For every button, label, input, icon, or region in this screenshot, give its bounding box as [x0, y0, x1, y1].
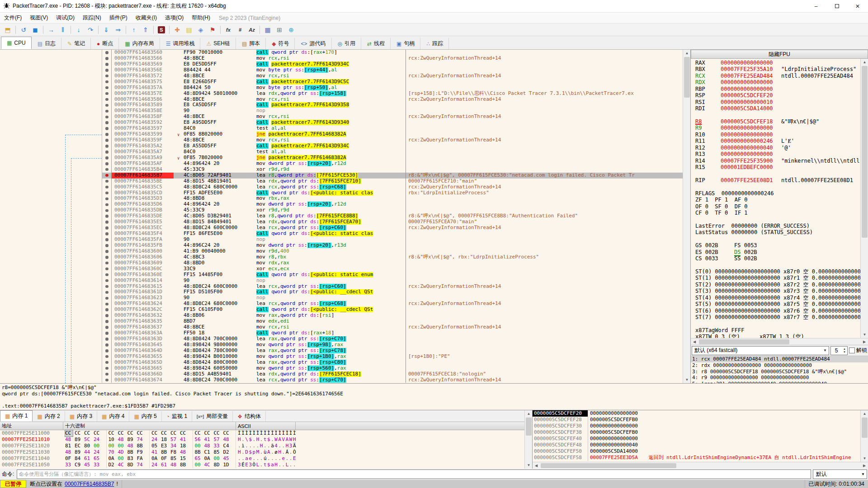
register-line[interactable]: R1400007FFE25F35900"minkernel\\ntdll\\nt…	[695, 158, 860, 164]
register-value[interactable]: 0000000000000000	[721, 79, 781, 85]
address-cell[interactable]: 00007FF6146835A7	[112, 149, 174, 155]
register-line[interactable]: ZF 1 PF 1 AF 0	[695, 197, 860, 203]
memory-byte[interactable]: 56	[195, 436, 204, 443]
disasm-row[interactable]: 00007FF6146835B74C:8D05 72AF9401lea r8,q…	[0, 173, 683, 178]
disasm-row[interactable]: 00007FF61468363AFF50 18call qword ptr ds…	[0, 330, 683, 336]
command-input[interactable]: 命令使用逗号分隔（像汇编语言）: mov eax, ebx	[17, 469, 811, 479]
menu-item-帮助[interactable]: 帮助(H)	[188, 13, 214, 23]
bytes-cell[interactable]: 44:896C24 20	[174, 243, 256, 249]
address-cell[interactable]: 00007FF6146835B4	[112, 167, 174, 173]
memory-byte[interactable]: 45	[223, 455, 233, 462]
disasm-row[interactable]: 00007FF6146835F4FF15 86FE5E00call qword …	[0, 231, 683, 237]
memory-byte[interactable]: CC	[137, 430, 146, 436]
instruction-dot-icon[interactable]	[105, 180, 108, 183]
memory-row[interactable]: 00007FFE25E1101048895C241048897424185741…	[0, 436, 524, 443]
register-value[interactable]: 000001EDBEFC0000	[721, 164, 781, 170]
memory-byte[interactable]: CC	[75, 430, 84, 436]
instruction-cell[interactable]: lea rcx,qword ptr ss:[rsp+C68]	[256, 301, 406, 307]
memory-byte[interactable]: 81	[65, 443, 75, 449]
stack-value[interactable]: 0000005C5DA14000	[588, 448, 646, 455]
bytes-cell[interactable]: 48:8D8C24 680C0000	[174, 184, 256, 190]
memory-byte[interactable]: CC	[170, 430, 180, 436]
memory-byte[interactable]: 89	[75, 449, 84, 455]
tab-局部变量[interactable]: [x=]局部变量	[192, 411, 233, 422]
execute-till-return-icon[interactable]: ↑	[128, 24, 139, 35]
register-line[interactable]: x87TW_0 3 (空) x87TW_1 3 (空)	[695, 333, 860, 338]
address-cell[interactable]: 00007FF6146835BE	[112, 178, 174, 184]
disasm-row[interactable]: 00007FF61468367448:8D8C24 700C0000lea rc…	[0, 377, 683, 383]
instruction-dot-icon[interactable]	[105, 104, 108, 107]
register-line[interactable]: ES 002BDS 002B	[695, 249, 860, 255]
instruction-dot-icon[interactable]	[105, 127, 108, 130]
instruction-dot-icon[interactable]	[105, 156, 108, 160]
disasm-row[interactable]: 00007FF6146836064C:8BC3mov r8,rbxr8:&"呷x…	[0, 254, 683, 260]
instruction-cell[interactable]: mov byte ptr ss:[rsp+50],al	[256, 85, 406, 91]
memory-byte[interactable]: D2	[108, 462, 118, 468]
disasm-row[interactable]: 00007FF61468365548:898424 B0010000mov qw…	[0, 354, 683, 360]
bytes-cell[interactable]: FF50 18	[174, 330, 256, 336]
memory-map-icon[interactable]: ▦	[262, 24, 273, 35]
instruction-cell[interactable]: mov rcx,rsi	[256, 73, 406, 79]
instruction-cell[interactable]: lea rcx,qword ptr ss:[rsp+C60]	[256, 284, 406, 290]
stack-address[interactable]: 0000005C5DCFEF48	[533, 442, 588, 448]
stack-row[interactable]: 0000005C5DCFEF300000000000000000	[533, 423, 860, 429]
memory-byte[interactable]: 00	[94, 443, 103, 449]
memory-byte[interactable]: 8B	[195, 449, 204, 455]
disasm-row[interactable]: 00007FF61468362448:8D8C24 680C0000lea rc…	[0, 301, 683, 307]
instruction-cell[interactable]: mov r9d,400	[256, 249, 406, 254]
bytes-cell[interactable]: 884424 50	[174, 85, 256, 91]
comment-cell[interactable]	[406, 167, 683, 173]
address-cell[interactable]: 00007FF614683606	[112, 254, 174, 260]
memory-byte[interactable]: 8D	[127, 462, 137, 468]
comment-cell[interactable]	[406, 243, 683, 249]
register-line[interactable]: OF 0 SF 0 DF 0	[695, 203, 860, 210]
instruction-cell[interactable]: call packettracer7.7FF6143D9340	[256, 120, 406, 126]
disasm-row[interactable]: 00007FF61468363248:8B06mov rax,qword ptr…	[0, 313, 683, 319]
argument-row[interactable]: 2: rdx 0000000000000000 0000000000000000	[691, 362, 868, 369]
instruction-dot-icon[interactable]	[105, 256, 108, 259]
memory-byte[interactable]: 65	[94, 455, 103, 462]
stack-rows[interactable]: 0000005C5DCFEF2000000000000000000000005C…	[533, 410, 860, 462]
preferences-icon[interactable]: ⊕	[286, 24, 297, 35]
disasm-row[interactable]: 00007FF61468364548:898424 98000000mov qw…	[0, 342, 683, 348]
comment-cell[interactable]: rcx:ZwQueryInformationThread+14	[406, 377, 683, 383]
bytes-cell[interactable]: E8 E266D5FF	[174, 79, 256, 85]
instruction-cell[interactable]: mov rcx,rsi	[256, 137, 406, 143]
comment-cell[interactable]	[406, 249, 683, 254]
instruction-cell[interactable]: mov rbx,rax	[256, 196, 406, 202]
memory-byte[interactable]: 00	[195, 443, 204, 449]
instruction-dot-icon[interactable]	[105, 121, 108, 124]
instruction-dot-icon[interactable]	[105, 98, 108, 101]
comment-cell[interactable]: rcx:ZwQueryInformationThread+14	[406, 184, 683, 190]
register-value[interactable]: 00007FFE25EE08D1	[721, 177, 781, 183]
scroll-up-arrow[interactable]: ▲	[525, 410, 533, 417]
disasm-row[interactable]: 00007FF61468358648:8BCEmov rcx,rsircx:Zw…	[0, 97, 683, 103]
register-line[interactable]: CF 0 TF 0 IF 1	[695, 210, 860, 216]
register-line[interactable]: R90000000000000000	[695, 125, 860, 131]
comment-cell[interactable]: 00007FF615FCE710:"main"	[406, 178, 683, 184]
instruction-cell[interactable]: lea rcx,qword ptr ss:[rsp+C70]	[256, 377, 406, 383]
memory-byte[interactable]: 0A	[204, 455, 214, 462]
memory-byte[interactable]: 18	[161, 436, 170, 443]
memory-byte[interactable]: 10	[108, 436, 118, 443]
instruction-dot-icon[interactable]	[105, 338, 108, 341]
comment-cell[interactable]	[406, 366, 683, 371]
register-line[interactable]: R80000005C5DCFEF18&"呷x\n€|$@"	[695, 118, 860, 125]
breakpoint-address-link[interactable]: 00007FF6146835B7	[65, 481, 114, 487]
memory-byte[interactable]: 05	[151, 443, 161, 449]
instruction-cell[interactable]: call qword ptr ds:[<public: static enum	[256, 272, 406, 278]
instruction-dot-icon[interactable]	[105, 349, 108, 352]
scroll-down-arrow[interactable]: ▼	[525, 462, 533, 469]
menu-item-插件[interactable]: 插件(P)	[105, 13, 132, 23]
instruction-cell[interactable]: lea r8,qword ptr ds:[7FF615FCE530]	[256, 173, 406, 178]
disasm-row[interactable]: 00007FF61468363748:8BCEmov rcx,rsircx:Zw…	[0, 324, 683, 330]
tab-源代码[interactable]: <>源代码	[295, 38, 331, 49]
hash-icon[interactable]: #	[235, 24, 245, 35]
memory-byte[interactable]: 00	[108, 443, 118, 449]
memory-byte[interactable]: 0F	[161, 455, 170, 462]
instruction-dot-icon[interactable]	[105, 332, 108, 335]
memory-byte[interactable]: 85	[170, 455, 180, 462]
disasm-row[interactable]: 00007FF6146836358BD7mov edx,edi	[0, 319, 683, 324]
bookmark-icon[interactable]: ⚑	[207, 24, 218, 35]
disasm-row[interactable]: 00007FF61468356E884424 44mov byte ptr ss…	[0, 67, 683, 73]
